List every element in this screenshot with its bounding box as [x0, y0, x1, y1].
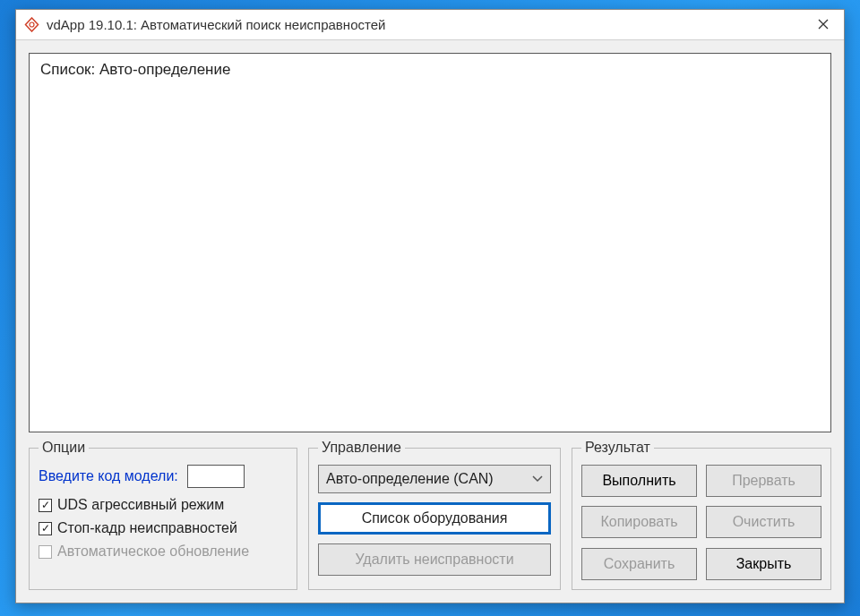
abort-button: Прервать — [706, 465, 821, 497]
window-title: vdApp 19.10.1: Автоматический поиск неис… — [47, 17, 803, 32]
checkbox-uds-row[interactable]: ✓ UDS агрессивный режим — [39, 497, 288, 513]
control-group: Управление Авто-определение (CAN) Список… — [308, 440, 561, 590]
execute-button[interactable]: Выполнить — [581, 465, 697, 497]
checkbox-stopframe-label: Стоп-кадр неисправностей — [57, 520, 237, 536]
result-group: Результат Выполнить Прервать Копировать … — [572, 440, 831, 590]
app-icon — [23, 17, 39, 33]
model-code-label: Введите код модели: — [39, 468, 178, 484]
fault-list[interactable]: Список: Авто-определение — [29, 53, 831, 432]
close-icon — [818, 17, 829, 32]
dropdown-value: Авто-определение (CAN) — [326, 471, 494, 487]
close-window-button[interactable]: Закрыть — [706, 548, 821, 580]
detection-mode-dropdown[interactable]: Авто-определение (CAN) — [318, 465, 551, 493]
options-legend: Опции — [39, 440, 89, 456]
checkbox-uds-label: UDS агрессивный режим — [57, 497, 224, 513]
result-legend: Результат — [581, 440, 654, 456]
delete-faults-button: Удалить неисправности — [318, 543, 551, 576]
model-code-input[interactable] — [187, 465, 245, 488]
checkbox-stopframe-row[interactable]: ✓ Стоп-кадр неисправностей — [39, 520, 288, 536]
checkbox-uds[interactable]: ✓ — [39, 499, 52, 512]
chevron-down-icon — [532, 473, 543, 485]
list-header: Список: Авто-определение — [40, 61, 820, 79]
close-button[interactable] — [803, 10, 844, 40]
titlebar[interactable]: vdApp 19.10.1: Автоматический поиск неис… — [16, 10, 844, 40]
save-button: Сохранить — [581, 548, 697, 580]
checkbox-autoupdate-label: Автоматическое обновление — [57, 543, 249, 560]
control-legend: Управление — [318, 440, 405, 456]
checkbox-autoupdate-row: Автоматическое обновление — [39, 543, 288, 560]
copy-button: Копировать — [581, 506, 697, 538]
result-buttons-grid: Выполнить Прервать Копировать Очистить С… — [581, 465, 821, 580]
options-group: Опции Введите код модели: ✓ UDS агрессив… — [29, 440, 297, 590]
app-window: vdApp 19.10.1: Автоматический поиск неис… — [15, 9, 845, 603]
bottom-panels: Опции Введите код модели: ✓ UDS агрессив… — [29, 440, 831, 590]
content-area: Список: Авто-определение Опции Введите к… — [16, 40, 844, 603]
model-code-row: Введите код модели: — [39, 465, 288, 488]
checkbox-autoupdate — [39, 545, 52, 559]
clear-button: Очистить — [706, 506, 821, 538]
svg-marker-0 — [25, 18, 38, 31]
checkbox-stopframe[interactable]: ✓ — [39, 522, 52, 535]
equipment-list-button[interactable]: Список оборудования — [318, 502, 551, 535]
